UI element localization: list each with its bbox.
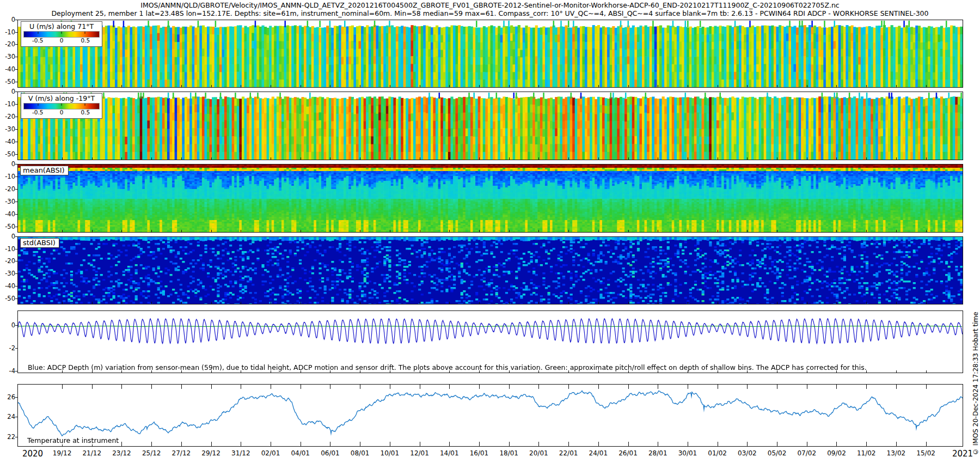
x-tick-mark — [866, 302, 867, 304]
x-tick-mark — [449, 302, 450, 304]
x-tick-mark — [926, 302, 927, 304]
x-tick-mark — [598, 442, 599, 446]
x-tick-mark — [271, 157, 271, 160]
x-tick-mark — [926, 370, 927, 373]
x-tick-mark — [92, 230, 93, 232]
y-tick-mark — [15, 189, 17, 190]
y-tick-mark — [15, 371, 17, 371]
y-tick-label: -30 — [0, 270, 15, 277]
x-tick-mark — [926, 157, 927, 160]
y-tick-label: 0 — [0, 160, 15, 168]
x-tick-mark — [718, 85, 718, 87]
x-tick-mark — [807, 230, 807, 232]
y-tick-label: -50 — [0, 295, 15, 302]
x-tick-mark — [718, 442, 718, 446]
x-tick-mark — [509, 442, 510, 446]
x-tick-mark — [866, 442, 867, 446]
y-tick-label: -20 — [0, 257, 15, 265]
colorbar-tick-mark — [85, 32, 85, 34]
figure-title-filename: IMOS/ANMN/QLD/GBROTE/Velocity/IMOS_ANMN-… — [0, 1, 980, 9]
x-date-label: 11/02 — [857, 449, 876, 457]
x-tick-mark — [211, 302, 212, 304]
y-tick-label: -40 — [0, 282, 15, 290]
x-tick-mark — [777, 157, 777, 160]
v-heatmap-canvas — [18, 92, 963, 160]
x-tick-mark — [151, 442, 152, 446]
x-tick-mark — [151, 85, 152, 87]
x-tick-mark — [926, 230, 927, 232]
x-tick-mark — [836, 230, 837, 232]
y-tick-label: -50 — [0, 223, 15, 230]
x-tick-mark — [866, 85, 867, 87]
x-tick-mark — [628, 302, 629, 304]
v-legend-title: V (m/s) along -19°T — [23, 94, 100, 102]
x-tick-mark — [568, 230, 569, 232]
y-tick-mark — [15, 325, 17, 326]
x-tick-mark — [628, 85, 629, 87]
x-tick-mark — [568, 385, 569, 389]
x-tick-mark — [330, 385, 330, 389]
y-tick-label: -10 — [0, 245, 15, 253]
x-tick-mark — [896, 370, 897, 373]
x-tick-mark — [211, 85, 212, 87]
x-tick-mark — [896, 157, 897, 160]
x-tick-mark — [628, 442, 629, 446]
y-tick-mark — [15, 214, 17, 215]
x-tick-mark — [449, 85, 450, 87]
x-tick-mark — [390, 442, 390, 446]
x-tick-mark — [92, 85, 93, 87]
x-tick-mark — [509, 385, 510, 389]
y-tick-label: 0 — [0, 16, 15, 23]
y-tick-mark — [15, 286, 17, 287]
x-date-label: 23/12 — [112, 449, 131, 457]
x-date-label: 29/12 — [201, 449, 220, 457]
mean-absi-label: mean(ABSI) — [20, 166, 69, 175]
x-tick-mark — [62, 157, 63, 160]
x-tick-mark — [509, 230, 510, 232]
x-tick-mark — [330, 302, 330, 304]
y-tick-mark — [15, 227, 17, 227]
x-tick-mark — [688, 230, 688, 232]
y-tick-mark — [15, 298, 17, 299]
y-tick-mark — [15, 176, 17, 177]
y-tick-mark — [15, 69, 17, 70]
x-tick-mark — [390, 230, 390, 232]
x-tick-mark — [241, 385, 241, 389]
colorbar-tick-label: 0.5 — [81, 109, 90, 115]
x-tick-mark — [420, 85, 420, 87]
x-tick-mark — [301, 385, 301, 389]
x-tick-mark — [896, 302, 897, 304]
x-tick-mark — [896, 230, 897, 232]
x-date-label: 28/01 — [648, 449, 667, 457]
y-tick-label: -40 — [0, 138, 15, 145]
y-tick-label: -20 — [0, 113, 15, 120]
x-tick-mark — [538, 85, 539, 87]
adcp-summary-figure: IMOS/ANMN/QLD/GBROTE/Velocity/IMOS_ANMN-… — [0, 0, 980, 463]
x-tick-mark — [151, 385, 152, 389]
y-tick-label: -40 — [0, 65, 15, 73]
colorbar-tick-label: 0 — [60, 109, 64, 115]
x-tick-mark — [121, 302, 122, 304]
y-tick-mark — [15, 82, 17, 82]
y-tick-mark — [15, 129, 17, 130]
x-tick-mark — [360, 85, 360, 87]
colorbar-tick-label: -0.5 — [32, 109, 44, 115]
x-date-label: 09/02 — [827, 449, 846, 457]
x-tick-mark — [777, 302, 777, 304]
x-tick-mark — [747, 85, 748, 87]
x-tick-mark — [151, 230, 152, 232]
x-tick-mark — [836, 157, 837, 160]
x-tick-mark — [271, 85, 271, 87]
colorbar-tick-label: -0.5 — [32, 37, 44, 44]
x-tick-mark — [658, 85, 658, 87]
y-tick-mark — [15, 20, 17, 20]
x-tick-mark — [420, 230, 420, 232]
x-date-label: 18/01 — [499, 449, 518, 457]
x-tick-mark — [241, 157, 241, 160]
y-tick-mark — [15, 164, 17, 165]
x-tick-mark — [301, 157, 301, 160]
x-tick-mark — [836, 385, 837, 389]
y-tick-label: -30 — [0, 198, 15, 205]
u-colorbar-wrap: -0.500.5 — [23, 31, 100, 45]
colorbar-tick-mark — [62, 32, 62, 34]
